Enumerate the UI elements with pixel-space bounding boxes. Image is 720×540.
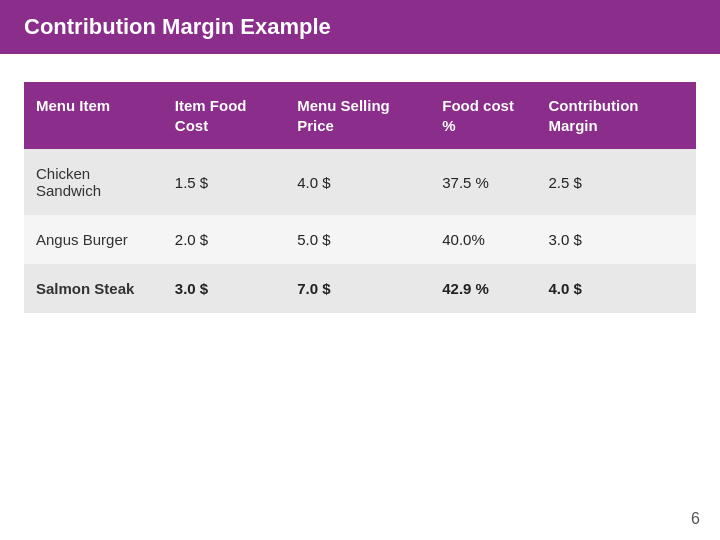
cell-food_cost: 3.0 $ (163, 264, 285, 313)
header-bar: Contribution Margin Example (0, 0, 720, 54)
page: Contribution Margin Example Menu Item It… (0, 0, 720, 540)
page-number: 6 (691, 510, 700, 528)
col-header-food-cost: Item Food Cost (163, 82, 285, 149)
cell-selling_price: 5.0 $ (285, 215, 430, 264)
cell-contribution_margin: 3.0 $ (537, 215, 696, 264)
col-header-selling-price: Menu Selling Price (285, 82, 430, 149)
cell-menu_item: Salmon Steak (24, 264, 163, 313)
cell-food_cost: 1.5 $ (163, 149, 285, 215)
table-row: Angus Burger2.0 $5.0 $40.0%3.0 $ (24, 215, 696, 264)
cell-selling_price: 4.0 $ (285, 149, 430, 215)
col-header-menu-item: Menu Item (24, 82, 163, 149)
cell-contribution_margin: 4.0 $ (537, 264, 696, 313)
table-row: Salmon Steak3.0 $7.0 $42.9 %4.0 $ (24, 264, 696, 313)
table-row: Chicken Sandwich1.5 $4.0 $37.5 %2.5 $ (24, 149, 696, 215)
cell-food_cost: 2.0 $ (163, 215, 285, 264)
cell-menu_item: Chicken Sandwich (24, 149, 163, 215)
cell-contribution_margin: 2.5 $ (537, 149, 696, 215)
cell-selling_price: 7.0 $ (285, 264, 430, 313)
cell-food_cost_pct: 37.5 % (430, 149, 536, 215)
table-container: Menu Item Item Food Cost Menu Selling Pr… (0, 54, 720, 323)
table-header-row: Menu Item Item Food Cost Menu Selling Pr… (24, 82, 696, 149)
col-header-contribution-margin: Contribution Margin (537, 82, 696, 149)
page-title: Contribution Margin Example (24, 14, 331, 40)
col-header-food-cost-pct: Food cost % (430, 82, 536, 149)
cell-food_cost_pct: 42.9 % (430, 264, 536, 313)
contribution-margin-table: Menu Item Item Food Cost Menu Selling Pr… (24, 82, 696, 313)
cell-menu_item: Angus Burger (24, 215, 163, 264)
cell-food_cost_pct: 40.0% (430, 215, 536, 264)
